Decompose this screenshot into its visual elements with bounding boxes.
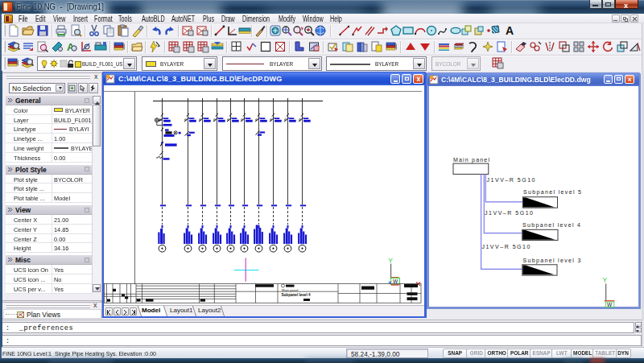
svg-text:A: A <box>506 24 514 37</box>
